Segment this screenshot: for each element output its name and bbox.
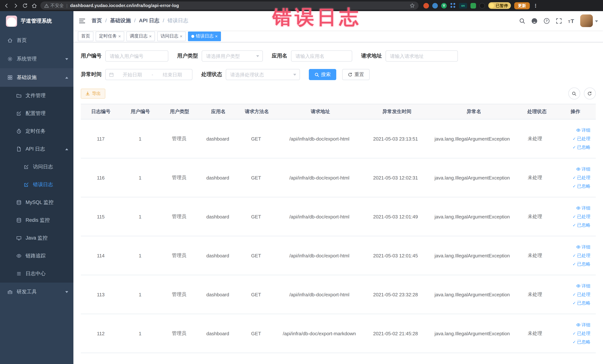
search-button[interactable]: 搜索 — [309, 69, 336, 80]
sidebar-item-log-center[interactable]: 日志中心 — [0, 265, 73, 282]
user-type-select[interactable] — [202, 50, 263, 61]
table-row: 112 1 管理员 dashboard GET /api/infra/db-do… — [81, 314, 596, 353]
refresh-table-button[interactable] — [584, 88, 596, 99]
tag-schedule-log[interactable]: 调度日志 × — [127, 31, 155, 41]
extension-icon-blue-drop[interactable] — [432, 3, 438, 8]
table-header: 日志编号 用户编号 用户类型 应用名 请求方法名 请求地址 异常发生时间 异常名… — [81, 104, 596, 119]
process-status-select[interactable] — [226, 69, 300, 80]
extension-icon-dots-grid[interactable] — [450, 3, 456, 8]
detail-link[interactable]: 详细 — [576, 127, 590, 133]
close-icon[interactable]: × — [215, 34, 218, 39]
toggle-search-button[interactable] — [568, 88, 580, 99]
sidebar-item-error-log[interactable]: 错误日志 — [0, 176, 73, 194]
github-icon[interactable] — [531, 18, 538, 24]
tag-home[interactable]: 首页 — [78, 31, 93, 41]
sidebar-item-infrastructure[interactable]: 基础设施 — [0, 68, 73, 87]
font-size-icon[interactable]: TT — [568, 18, 574, 23]
process-status-select-input[interactable] — [230, 71, 291, 78]
mark-ignored-link[interactable]: ✓ 已忽略 — [573, 183, 590, 189]
cell-request-url: /api/infra/db-doc/export-html — [275, 292, 363, 297]
toolbox-icon — [7, 289, 13, 294]
forward-icon[interactable] — [13, 3, 19, 8]
detail-link[interactable]: 详细 — [576, 166, 590, 172]
tag-scheduled-tasks[interactable]: 定时任务 × — [96, 31, 124, 41]
mark-processed-link[interactable]: ✓ 已处理 — [573, 291, 590, 298]
sidebar-item-dev-tools[interactable]: 研发工具 — [0, 282, 73, 301]
extension-icon-green-v[interactable]: V — [441, 3, 447, 8]
sidebar-item-scheduled-tasks[interactable]: 定时任务 — [0, 122, 73, 140]
date-range-picker[interactable]: - — [105, 69, 192, 80]
cell-actions: 详细 ✓ 已处理 ✓ 已忽略 — [553, 322, 596, 345]
cell-request-url: /api/infra/db-doc/export-html — [275, 253, 363, 258]
mark-ignored-link[interactable]: ✓ 已忽略 — [573, 144, 590, 150]
cell-exception-name: java.lang.IllegalArgumentException — [428, 136, 517, 141]
tag-label: 调度日志 — [130, 33, 148, 39]
update-button[interactable]: 更新 — [514, 2, 530, 9]
user-type-select-input[interactable] — [205, 53, 254, 59]
close-icon[interactable]: × — [149, 34, 152, 39]
detail-link[interactable]: 详细 — [576, 283, 590, 289]
mark-ignored-link[interactable]: ✓ 已忽略 — [573, 300, 590, 306]
search-icon[interactable] — [519, 18, 525, 24]
sidebar-item-java-monitor[interactable]: Java 监控 — [0, 229, 73, 247]
sidebar-item-file-mgmt[interactable]: 文件管理 — [0, 87, 73, 105]
cell-log-id: 117 — [81, 136, 121, 141]
breadcrumb-item-home[interactable]: 首页 — [92, 17, 102, 24]
security-chip[interactable]: 不安全 — [44, 2, 64, 9]
browser-menu-icon[interactable]: ⋮ — [533, 3, 538, 8]
paused-badge[interactable]: 已暂停 — [488, 2, 511, 9]
mark-processed-link[interactable]: ✓ 已处理 — [573, 136, 590, 142]
sidebar-item-config-mgmt[interactable]: 配置管理 — [0, 105, 73, 122]
extension-icon-green-leaf[interactable] — [470, 3, 476, 8]
detail-link[interactable]: 详细 — [576, 322, 590, 328]
sidebar-item-access-log[interactable]: 访问日志 — [0, 158, 73, 176]
detail-link[interactable]: 详细 — [576, 205, 590, 211]
mark-processed-link[interactable]: ✓ 已处理 — [573, 330, 590, 337]
tag-error-log[interactable]: 错误日志 × — [188, 31, 221, 41]
app-name-input[interactable] — [295, 53, 348, 59]
sidebar-item-redis-monitor[interactable]: Redis 监控 — [0, 211, 73, 229]
help-icon[interactable]: ? — [544, 18, 550, 24]
fullscreen-icon[interactable] — [556, 18, 562, 24]
cell-exception-time: 2021-05-03 12:01:45 — [363, 253, 428, 258]
start-date-input[interactable] — [116, 71, 149, 78]
user-menu[interactable] — [580, 14, 598, 27]
mark-ignored-link[interactable]: ✓ 已忽略 — [573, 339, 590, 345]
reload-icon[interactable] — [22, 3, 28, 8]
sidebar-item-trace[interactable]: 链路追踪 — [0, 247, 73, 265]
mark-ignored-link[interactable]: ✓ 已忽略 — [573, 261, 590, 267]
url-bar[interactable]: 不安全 | dashboard.yudao.iocoder.cn/infra/l… — [40, 1, 418, 10]
sidebar-item-home[interactable]: 首页 — [0, 31, 73, 50]
sidebar-item-system-mgmt[interactable]: 系统管理 — [0, 50, 73, 68]
bookmark-star-icon[interactable] — [410, 3, 415, 8]
extension-icon-orange[interactable] — [423, 3, 429, 8]
end-date-input[interactable] — [156, 71, 189, 78]
request-url-input[interactable] — [389, 53, 454, 59]
reset-button[interactable]: 重置 — [342, 69, 370, 80]
sidebar-item-api-log[interactable]: API 日志 — [0, 140, 73, 158]
close-icon[interactable]: × — [180, 34, 182, 39]
cell-actions: 详细 ✓ 已处理 ✓ 已忽略 — [553, 166, 596, 189]
breadcrumb-item-infrastructure[interactable]: 基础设施 — [102, 17, 131, 24]
user-id-input[interactable] — [109, 53, 165, 59]
home-icon[interactable] — [32, 3, 37, 8]
app-logo[interactable]: 芋道管理系统 — [0, 11, 73, 31]
mark-processed-link[interactable]: ✓ 已处理 — [573, 213, 590, 220]
tag-label: 错误日志 — [196, 33, 214, 39]
detail-link[interactable]: 详细 — [576, 244, 590, 250]
mark-ignored-link[interactable]: ✓ 已忽略 — [573, 222, 590, 228]
tag-access-log[interactable]: 访问日志 × — [157, 31, 186, 41]
sidebar-item-mysql-monitor[interactable]: MySQL 监控 — [0, 194, 73, 211]
back-icon[interactable] — [4, 3, 9, 8]
hamburger-icon[interactable] — [79, 17, 86, 24]
breadcrumb-item-api-log[interactable]: API 日志 — [131, 17, 159, 24]
extension-icon-on-badge[interactable]: on — [459, 3, 467, 8]
mark-processed-link[interactable]: ✓ 已处理 — [573, 252, 590, 259]
extension-icon-paw[interactable] — [479, 3, 485, 8]
close-icon[interactable]: × — [118, 34, 121, 39]
mark-processed-link[interactable]: ✓ 已处理 — [573, 175, 590, 181]
browser-window: 不安全 | dashboard.yudao.iocoder.cn/infra/l… — [0, 0, 603, 364]
export-button[interactable]: 导出 — [81, 88, 105, 98]
cell-actions: 详细 ✓ 已处理 ✓ 已忽略 — [553, 127, 596, 150]
cell-status: 未处理 — [517, 330, 553, 337]
